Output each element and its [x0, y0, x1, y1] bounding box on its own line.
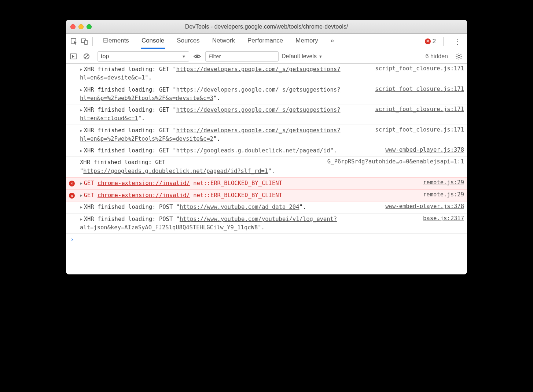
toggle-sidebar-icon[interactable]	[68, 51, 78, 62]
source-link[interactable]: script_foot_closure.js:171	[375, 126, 464, 133]
log-message: ▶GET chrome-extension://invalid/ net::ER…	[80, 191, 419, 200]
console-toolbar: top ▼ Default levels ▼ 6 hidden	[66, 49, 467, 64]
request-url[interactable]: https://googleads.g.doubleclick.net/page…	[176, 147, 330, 154]
panel-tabs: Elements Console Sources Network Perform…	[102, 34, 425, 49]
console-row[interactable]: ▶XHR finished loading: POST "https://www…	[66, 201, 467, 213]
svg-line-14	[457, 58, 457, 59]
console-row[interactable]: ✕▶GET chrome-extension://invalid/ net::E…	[66, 177, 467, 189]
svg-point-7	[458, 55, 460, 58]
svg-line-5	[85, 55, 88, 58]
tab-bar: Elements Console Sources Network Perform…	[66, 34, 467, 49]
svg-line-12	[457, 54, 457, 55]
log-message: ▶XHR finished loading: GET "https://deve…	[80, 106, 371, 123]
svg-line-15	[460, 54, 461, 55]
log-levels-selector[interactable]: Default levels ▼	[282, 53, 323, 60]
devtools-window: DevTools - developers.google.com/web/too…	[66, 20, 467, 274]
context-value: top	[101, 53, 109, 60]
request-url[interactable]: chrome-extension://invalid/	[98, 192, 190, 199]
svg-point-6	[196, 55, 198, 58]
tab-network[interactable]: Network	[212, 34, 236, 49]
source-link[interactable]: base.js:2317	[423, 215, 464, 222]
expand-icon[interactable]: ▶	[80, 181, 82, 187]
console-row[interactable]: ▶XHR finished loading: GET "https://deve…	[66, 125, 467, 145]
chevron-down-icon: ▼	[319, 54, 323, 59]
log-message: ▶XHR finished loading: GET "https://deve…	[80, 126, 371, 144]
expand-icon[interactable]: ▶	[80, 128, 82, 134]
console-row[interactable]: ▶XHR finished loading: GET "https://goog…	[66, 145, 467, 157]
error-count: 2	[433, 38, 436, 45]
console-row[interactable]: ✕▶GET chrome-extension://invalid/ net::E…	[66, 189, 467, 201]
gear-icon[interactable]	[455, 53, 463, 60]
log-message: ▶XHR finished loading: GET "https://deve…	[80, 86, 371, 103]
hidden-count[interactable]: 6 hidden	[426, 53, 448, 60]
expand-icon[interactable]: ▶	[80, 193, 82, 199]
log-message: XHR finished loading: GET "https://googl…	[80, 158, 323, 175]
chevron-down-icon: ▼	[182, 54, 186, 59]
settings-menu-icon[interactable]: ⋮	[451, 37, 464, 46]
error-icon: ✕	[69, 181, 75, 186]
expand-icon[interactable]: ▶	[80, 87, 82, 93]
log-message: ▶XHR finished loading: POST "https://www…	[80, 203, 381, 211]
source-link[interactable]: script_foot_closure.js:171	[375, 86, 464, 92]
expand-icon[interactable]: ▶	[80, 107, 82, 114]
tab-console[interactable]: Console	[141, 34, 165, 49]
log-message: ▶XHR finished loading: GET "https://goog…	[80, 147, 381, 155]
tabs-overflow[interactable]: »	[330, 34, 335, 49]
expand-icon[interactable]: ▶	[80, 217, 82, 223]
source-link[interactable]: remote.js:29	[423, 191, 464, 198]
log-message: ▶XHR finished loading: POST "https://www…	[80, 215, 419, 232]
tab-elements[interactable]: Elements	[102, 34, 130, 49]
request-url[interactable]: https://googleads.g.doubleclick.net/page…	[83, 168, 268, 174]
console-prompt[interactable]: ›	[66, 234, 467, 245]
tab-performance[interactable]: Performance	[247, 34, 284, 49]
console-row[interactable]: ▶XHR finished loading: GET "https://deve…	[66, 104, 467, 125]
request-url[interactable]: chrome-extension://invalid/	[98, 180, 190, 186]
window-title: DevTools - developers.google.com/web/too…	[66, 23, 467, 30]
console-row[interactable]: XHR finished loading: GET "https://googl…	[66, 157, 467, 177]
error-icon: ✕	[69, 193, 75, 199]
error-icon: ✕	[425, 38, 431, 44]
log-message: ▶XHR finished loading: GET "https://deve…	[80, 65, 371, 82]
clear-console-icon[interactable]	[81, 51, 92, 62]
expand-icon[interactable]: ▶	[80, 148, 82, 154]
context-selector[interactable]: top ▼	[98, 51, 189, 62]
source-link[interactable]: remote.js:29	[423, 179, 464, 186]
titlebar: DevTools - developers.google.com/web/too…	[66, 20, 467, 34]
source-link[interactable]: script_foot_closure.js:171	[375, 106, 464, 112]
request-url[interactable]: https://www.youtube.com/ad_data_204	[180, 204, 299, 210]
svg-rect-2	[85, 40, 87, 44]
source-link[interactable]: www-embed-player.js:378	[385, 147, 464, 153]
tab-sources[interactable]: Sources	[176, 34, 200, 49]
console-row[interactable]: ▶XHR finished loading: POST "https://www…	[66, 214, 467, 234]
expand-icon[interactable]: ▶	[80, 67, 82, 73]
log-levels-label: Default levels	[282, 53, 317, 60]
console-row[interactable]: ▶XHR finished loading: GET "https://deve…	[66, 64, 467, 84]
expand-icon[interactable]: ▶	[80, 204, 82, 211]
live-expression-icon[interactable]	[192, 51, 202, 62]
source-link[interactable]: script_foot_closure.js:171	[375, 65, 464, 72]
inspect-icon[interactable]	[69, 36, 79, 47]
log-message: ▶GET chrome-extension://invalid/ net::ER…	[80, 179, 419, 188]
error-count-badge[interactable]: ✕ 2	[425, 38, 436, 45]
device-toggle-icon[interactable]	[79, 36, 89, 47]
source-link[interactable]: G_P6rpRSr4g?autohide…o=0&enablejsapi=1:1	[327, 158, 464, 165]
filter-input[interactable]	[205, 51, 279, 62]
svg-line-13	[460, 58, 461, 59]
console-row[interactable]: ▶XHR finished loading: GET "https://deve…	[66, 84, 467, 105]
tab-memory[interactable]: Memory	[295, 34, 319, 49]
source-link[interactable]: www-embed-player.js:378	[385, 203, 464, 210]
console-output: ▶XHR finished loading: GET "https://deve…	[66, 64, 467, 274]
